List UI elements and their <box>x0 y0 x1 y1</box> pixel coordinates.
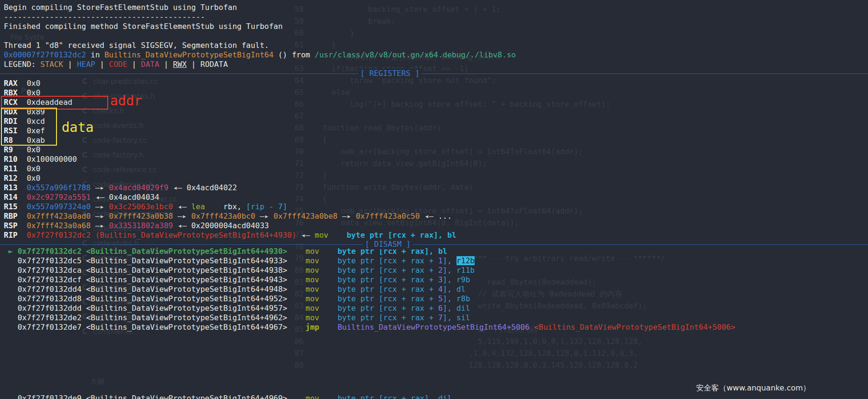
data-annotation: data <box>62 120 93 135</box>
screen: 58 backing_store_offset = i + 1;59 break… <box>0 0 868 399</box>
register-row-rip: RIP 0x7f27f0132dc2 (Builtins_DataViewPro… <box>4 231 457 240</box>
register-row-rax: RAX 0x0 <box>4 79 40 88</box>
disasm-row: 0x7f27f0132dd8 <Builtins_DataViewPrototy… <box>4 294 470 304</box>
disasm-row: 0x7f27f0132de7 <Builtins_DataViewPrototy… <box>4 323 735 332</box>
register-row-r11: R11 0x0 <box>4 164 40 174</box>
terminal-line: ----------------------------------------… <box>4 12 205 22</box>
terminal-line: LEGEND: STACK | HEAP | CODE | DATA | RWX… <box>4 60 228 69</box>
disasm-row-partial: 0x7f27f0132de9 <Builtins_DataViewPrototy… <box>4 394 452 399</box>
disasm-row: 0x7f27f0132dcf <Builtins_DataViewPrototy… <box>4 275 470 285</box>
register-row-r10: R10 0x100000000 <box>4 155 77 164</box>
disasm-row: 0x7f27f0132dca <Builtins_DataViewPrototy… <box>4 266 475 275</box>
disasm-row: 0x7f27f0132dd4 <Builtins_DataViewPrototy… <box>4 285 466 294</box>
registers-section-label: [ REGISTERS ] <box>358 69 421 78</box>
terminal-line: Finished compiling method StoreFastEleme… <box>4 22 283 31</box>
terminal-line: Thread 1 "d8" received signal SIGSEGV, S… <box>4 41 269 50</box>
register-row-r9: R9 0x0 <box>4 145 40 155</box>
disasm-section-label: [ DISASM ] <box>363 240 412 249</box>
disasm-row: 0x7f27f0132dc5 <Builtins_DataViewPrototy… <box>4 256 475 266</box>
register-row-r14: R14 0x2c92792a5551 ◂— 0x4acd04034 <box>4 193 159 202</box>
disasm-divider <box>0 244 868 245</box>
registers-divider <box>0 74 868 74</box>
register-row-r15: R15 0x557a997324a0 —▸ 0x3c25063e1bc0 ◂— … <box>4 202 287 212</box>
register-row-r13: R13 0x557a996f1788 —▸ 0x4acd04029f9 ◂— 0… <box>4 183 237 193</box>
disasm-row: 0x7f27f0132de2 <Builtins_DataViewPrototy… <box>4 313 470 323</box>
gdb-terminal: Begin compiling StoreFastElementStub usi… <box>0 0 868 399</box>
watermark: 安全客（www.anquanke.com） <box>696 383 811 393</box>
data-registers-highlight-box <box>1 108 57 146</box>
register-row-r12: R12 0x0 <box>4 174 40 183</box>
register-row-rsp: RSP 0x7fff423a0a68 —▸ 0x33531802a389 ◂— … <box>4 221 269 231</box>
disasm-row: 0x7f27f0132ddd <Builtins_DataViewPrototy… <box>4 304 470 313</box>
addr-annotation: addr <box>110 93 142 109</box>
terminal-line: 0x00007f27f0132dc2 in Builtins_DataViewP… <box>4 50 516 60</box>
register-row-rbp: RBP 0x7fff423a0ad0 —▸ 0x7fff423a0b38 —▸ … <box>4 212 452 221</box>
terminal-line: Begin compiling StoreFastElementStub usi… <box>4 3 237 12</box>
